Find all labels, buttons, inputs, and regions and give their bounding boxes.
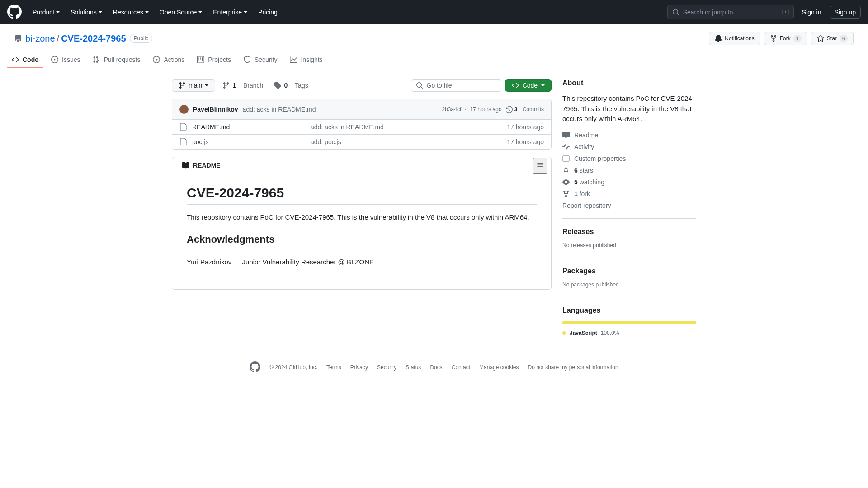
project-icon xyxy=(197,56,204,63)
graph-icon xyxy=(290,56,297,63)
releases-none: No releases published xyxy=(562,242,696,249)
pr-icon xyxy=(93,56,100,63)
history-icon xyxy=(505,106,513,113)
readme-tab[interactable]: README xyxy=(176,157,227,174)
book-icon xyxy=(182,162,189,169)
github-logo[interactable] xyxy=(7,5,22,20)
nav-resources[interactable]: Resources xyxy=(108,5,153,19)
watchers-link[interactable]: 5 watching xyxy=(562,178,696,186)
code-icon xyxy=(12,56,19,63)
footer-security[interactable]: Security xyxy=(377,364,396,371)
tab-issues[interactable]: Issues xyxy=(47,52,85,68)
chevron-down-icon xyxy=(99,11,102,13)
file-icon xyxy=(179,123,187,131)
repo-owner-link[interactable]: bi-zone xyxy=(25,33,55,44)
chevron-down-icon xyxy=(145,11,149,13)
file-search-input[interactable]: Go to file xyxy=(411,79,501,92)
book-icon xyxy=(562,131,570,139)
tab-projects[interactable]: Projects xyxy=(193,52,236,68)
star-icon xyxy=(562,167,570,174)
file-row[interactable]: poc.js add: poc.js 17 hours ago xyxy=(172,135,551,149)
chevron-down-icon xyxy=(541,84,545,86)
notifications-button[interactable]: Notifications xyxy=(709,32,760,45)
branches-link[interactable]: 1 Branch xyxy=(219,82,267,89)
fork-count: 1 xyxy=(793,35,802,42)
about-description: This repository contains PoC for CVE-202… xyxy=(562,94,696,124)
custom-properties-link[interactable]: Custom properties xyxy=(562,155,696,162)
footer-copyright: © 2024 GitHub, Inc. xyxy=(269,364,317,371)
readme-link[interactable]: Readme xyxy=(562,131,696,139)
languages-title: Languages xyxy=(562,306,696,314)
readme-h1: CVE-2024-7965 xyxy=(187,185,537,205)
repo-name-link[interactable]: CVE-2024-7965 xyxy=(61,33,126,44)
play-icon xyxy=(153,56,160,63)
tab-insights[interactable]: Insights xyxy=(285,52,327,68)
star-button[interactable]: Star 6 xyxy=(811,32,854,45)
search-icon xyxy=(672,9,679,16)
file-commit-msg[interactable]: add: acks in README.md xyxy=(311,123,501,131)
commits-link[interactable]: 3 Commits xyxy=(505,106,544,113)
fork-icon xyxy=(562,190,570,197)
nav-product[interactable]: Product xyxy=(28,5,64,19)
releases-title[interactable]: Releases xyxy=(562,228,696,236)
footer-contact[interactable]: Contact xyxy=(452,364,470,371)
avatar[interactable] xyxy=(179,105,189,114)
activity-link[interactable]: Activity xyxy=(562,143,696,150)
nav-solutions[interactable]: Solutions xyxy=(66,5,107,19)
branch-icon xyxy=(222,82,230,89)
footer-privacy[interactable]: Privacy xyxy=(350,364,368,371)
footer-terms[interactable]: Terms xyxy=(326,364,341,371)
tab-code[interactable]: Code xyxy=(7,52,43,68)
commit-time: 17 hours ago xyxy=(470,106,502,113)
stars-link[interactable]: 6 stars xyxy=(562,167,696,174)
tab-pull-requests[interactable]: Pull requests xyxy=(88,52,145,68)
fork-button[interactable]: Fork 1 xyxy=(764,32,807,45)
repo-icon xyxy=(14,35,22,42)
forks-link[interactable]: 1 fork xyxy=(562,190,696,197)
eye-icon xyxy=(562,178,570,186)
commit-sha[interactable]: 2b3a4cf xyxy=(442,106,462,113)
footer-status[interactable]: Status xyxy=(406,364,421,371)
star-count: 6 xyxy=(840,35,848,42)
chevron-down-icon xyxy=(244,11,247,13)
code-icon xyxy=(512,82,519,89)
tab-actions[interactable]: Actions xyxy=(148,52,189,68)
tags-link[interactable]: 0 Tags xyxy=(270,82,311,89)
code-button[interactable]: Code xyxy=(505,79,552,92)
branch-select[interactable]: main xyxy=(172,79,215,92)
signin-link[interactable]: Sign in xyxy=(802,9,821,16)
file-name[interactable]: README.md xyxy=(192,123,305,131)
readme-p2: Yuri Pazdnikov — Junior Vulnerability Re… xyxy=(187,257,537,267)
commit-message[interactable]: add: acks in README.md xyxy=(243,106,316,113)
footer-docs[interactable]: Docs xyxy=(430,364,442,371)
svg-rect-0 xyxy=(563,156,569,161)
footer-donotshare[interactable]: Do not share my personal information xyxy=(528,364,618,371)
toc-button[interactable] xyxy=(533,158,547,174)
nav-enterprise[interactable]: Enterprise xyxy=(208,5,252,19)
packages-title[interactable]: Packages xyxy=(562,267,696,275)
issue-icon xyxy=(51,56,58,63)
file-time: 17 hours ago xyxy=(507,123,544,131)
footer-cookies[interactable]: Manage cookies xyxy=(479,364,519,371)
commit-author[interactable]: PavelBlinnikov xyxy=(193,106,238,113)
signup-button[interactable]: Sign up xyxy=(830,6,861,19)
visibility-badge: Public xyxy=(130,34,153,43)
chevron-down-icon xyxy=(56,11,60,13)
language-color-dot xyxy=(562,331,566,335)
nav-opensource[interactable]: Open Source xyxy=(155,5,207,19)
report-link[interactable]: Report repository xyxy=(562,202,696,209)
chevron-down-icon xyxy=(205,84,208,86)
search-icon xyxy=(416,82,423,89)
nav-pricing[interactable]: Pricing xyxy=(254,5,282,19)
search-shortcut: / xyxy=(782,9,789,15)
file-row[interactable]: README.md add: acks in README.md 17 hour… xyxy=(172,120,551,135)
tab-security[interactable]: Security xyxy=(239,52,282,68)
file-name[interactable]: poc.js xyxy=(192,138,305,145)
language-item[interactable]: JavaScript 100.0% xyxy=(562,330,696,336)
github-logo-footer[interactable] xyxy=(250,361,260,374)
search-input[interactable]: Search or jump to... / xyxy=(667,5,794,19)
file-commit-msg[interactable]: add: poc.js xyxy=(311,138,501,145)
tag-icon xyxy=(274,82,281,89)
bell-icon xyxy=(715,35,722,42)
pulse-icon xyxy=(562,143,570,150)
